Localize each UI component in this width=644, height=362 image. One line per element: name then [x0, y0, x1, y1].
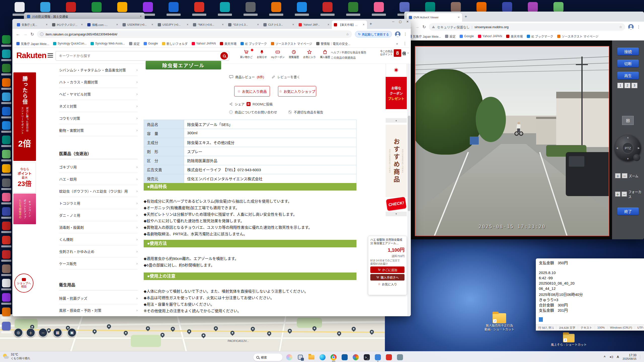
bookmark-item[interactable]: 警情報｜電気の安全...: [316, 41, 350, 46]
map-pin[interactable]: [352, 327, 356, 331]
tab-close-icon[interactable]: ×: [221, 23, 224, 26]
bookmark-item[interactable]: ソースネクスト マイページ: [271, 41, 312, 46]
browser-tab[interactable]: ^NKX (+0.6... ×: [191, 20, 226, 29]
map-pin[interactable]: [214, 326, 218, 330]
category-item[interactable]: ハト・カラス・鳥類対策 ›: [59, 76, 138, 88]
review-link[interactable]: 商品レビュー: [235, 74, 255, 79]
desktop-icon[interactable]: [2, 78, 11, 87]
category-item[interactable]: ヘビ・ヤマビル対策 ›: [59, 88, 138, 100]
category-item[interactable]: 動物・害獣対策 ›: [59, 124, 138, 136]
rail-scroll-up[interactable]: ▲: [386, 118, 407, 123]
tab-close-icon[interactable]: ×: [80, 23, 83, 26]
map-streetview-button[interactable]: ▣: [67, 328, 76, 337]
ime-indicator[interactable]: A: [617, 355, 619, 359]
help-report-link[interactable]: ヘルプ / 不適切な商品を報告: [331, 50, 366, 55]
forward-icon[interactable]: →: [415, 24, 419, 29]
history-nav-item[interactable]: 閲覧履歴: [289, 50, 299, 59]
mail-icon[interactable]: [384, 353, 393, 362]
menu-kebab-icon[interactable]: ⋮: [637, 25, 640, 29]
minimize-button[interactable]: ─: [392, 20, 394, 23]
desktop-icon[interactable]: [2, 221, 11, 230]
desktop-shortcut[interactable]: ↗ 風上そら - ショートカット: [550, 334, 588, 347]
desktop-icon[interactable]: [246, 2, 256, 12]
forward-icon[interactable]: →: [23, 32, 27, 37]
news-nav-item[interactable]: お知らせ: [257, 50, 267, 59]
check-badge[interactable]: CHECK!: [386, 197, 407, 211]
shop-consult-button[interactable]: ショップへ 相談: [14, 274, 33, 293]
desktop-icon[interactable]: [15, 2, 25, 12]
desktop-icon[interactable]: [2, 121, 11, 130]
recommend-banner[interactable]: RECOMMEND ITEMS おすすめ商品 RECOMMEND ITEMS: [386, 125, 407, 197]
desktop-icon[interactable]: [451, 2, 461, 12]
taskbar-clock[interactable]: 17:33 2025/08/15: [623, 353, 636, 360]
ptz-left-arrow[interactable]: ◀: [616, 147, 618, 149]
related-items-link[interactable]: この商品の関連商品: [331, 55, 366, 61]
category-item[interactable]: ゴキブリ用 ›: [59, 161, 138, 173]
coupon-nav-item[interactable]: myクーポン: [271, 50, 285, 59]
report-link[interactable]: 不適切な商品を報告: [294, 110, 323, 114]
browser-tab-active[interactable]: 【楽天市場】... ×: [332, 20, 367, 29]
copilot-icon[interactable]: [285, 353, 294, 362]
bookmark-item[interactable]: 気象庁 Japan Mete...: [16, 41, 49, 46]
preset-2-button[interactable]: 2: [624, 83, 630, 88]
desktop-icon[interactable]: [2, 236, 11, 244]
map-pin[interactable]: [288, 329, 292, 333]
new-tab-button[interactable]: +: [462, 14, 470, 19]
bookmark-item[interactable]: Synology QuickCon...: [53, 42, 87, 45]
map-pin[interactable]: [202, 333, 206, 337]
desktop-icon[interactable]: [2, 50, 11, 58]
category-item[interactable]: コウモリ対策 ›: [59, 112, 138, 124]
map-locate-button[interactable]: ◎: [14, 328, 23, 337]
map-pin[interactable]: [251, 327, 255, 331]
bookmark-item[interactable]: 設定: [445, 34, 456, 38]
desktop-icon[interactable]: [528, 2, 538, 12]
hidden-icons-chevron[interactable]: ^: [604, 355, 606, 359]
favorites-nav-item[interactable]: お気に入り: [303, 50, 316, 59]
buy-box-title[interactable]: ハエ 蚊駆除 天然除虫菊成分 除虫菊エアゾール…: [370, 238, 405, 245]
checkout-button[interactable]: 購入手続きへ: [370, 274, 405, 281]
reload-icon[interactable]: ↻: [30, 32, 34, 37]
search-button[interactable]: [220, 52, 228, 60]
desktop-icon[interactable]: [2, 64, 11, 72]
desktop-icon[interactable]: [169, 2, 179, 12]
category-menu-icon[interactable]: [48, 53, 53, 59]
address-bar[interactable]: i item.rakuten.co.jp/campaign365/4582309…: [37, 30, 352, 38]
desktop-icon[interactable]: [2, 193, 11, 201]
search-input[interactable]: [59, 52, 212, 60]
review-count[interactable]: (6件): [257, 74, 264, 79]
tab-close-icon[interactable]: ×: [457, 16, 460, 19]
desktop-icon[interactable]: [271, 2, 281, 12]
bookmark-item[interactable]: 気象庁 Japan Mete...: [408, 34, 441, 38]
reload-icon[interactable]: ↻: [422, 24, 426, 30]
map-pin[interactable]: [337, 331, 341, 335]
browser-tab[interactable]: USDKRW (+0... ×: [120, 20, 156, 29]
desktop-icon[interactable]: [66, 2, 76, 12]
desktop-icon[interactable]: [2, 35, 11, 44]
desktop-icon[interactable]: [2, 293, 11, 302]
category-item[interactable]: くん煙剤 ›: [59, 233, 138, 245]
browser-tab[interactable]: CLF (+1.3... ×: [261, 20, 297, 29]
category-item[interactable]: 除菌・抗菌グッズ ›: [59, 292, 138, 304]
bookmark-item[interactable]: 新しいフォルダ: [162, 41, 188, 46]
bookmark-item[interactable]: Google: [460, 34, 474, 38]
photos-icon[interactable]: [351, 353, 360, 362]
desktop-icon[interactable]: [297, 2, 307, 12]
terminal-icon[interactable]: >_: [362, 353, 371, 362]
tab-close-icon[interactable]: ×: [186, 23, 189, 26]
map-zoom-in-button[interactable]: ＋: [26, 328, 35, 337]
category-item[interactable]: トコジラミ用 ›: [59, 197, 138, 209]
bookmark-item[interactable]: Yahoo! JAPAN: [478, 34, 502, 38]
zoom-out-button[interactable]: －: [622, 173, 627, 178]
browser-tab[interactable]: USDJPY (+0... ×: [156, 20, 191, 29]
play-button[interactable]: 再生: [617, 72, 639, 79]
address-bar[interactable]: セキュリティ保護なし | sinsenyasai.nsddns.org ☆: [429, 23, 625, 31]
category-item[interactable]: ダニ・ノミ用 ›: [59, 209, 138, 221]
map-window[interactable]: PACIFICA512V... ◎ ＋ － ▦ ▣: [0, 314, 385, 351]
volume-icon[interactable]: ◄)): [609, 355, 613, 358]
map-pin[interactable]: [107, 324, 111, 328]
rail-scroll-down[interactable]: ▼: [386, 212, 407, 216]
taskbar-search[interactable]: 検索: [253, 353, 283, 361]
map-zoom-out-button[interactable]: －: [38, 328, 48, 337]
desktop-icon[interactable]: [323, 2, 333, 12]
desktop-icon[interactable]: [2, 178, 11, 187]
